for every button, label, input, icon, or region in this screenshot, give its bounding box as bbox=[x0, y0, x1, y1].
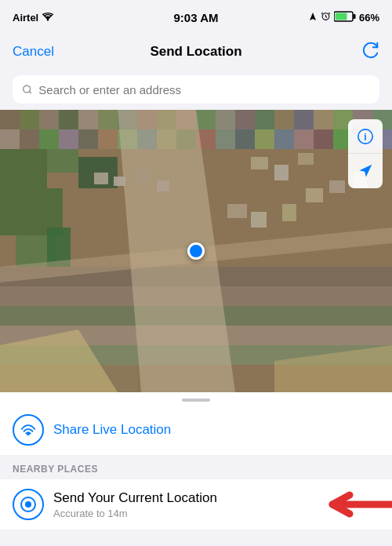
svg-rect-4 bbox=[335, 13, 347, 20]
svg-rect-63 bbox=[133, 169, 149, 183]
wifi-location-icon bbox=[20, 421, 37, 439]
svg-rect-8 bbox=[20, 110, 39, 129]
svg-rect-29 bbox=[39, 129, 59, 149]
svg-rect-27 bbox=[0, 129, 20, 149]
carrier-label: Airtel bbox=[13, 12, 38, 24]
location-icon-dot bbox=[25, 501, 31, 508]
battery-icon bbox=[334, 11, 356, 24]
info-icon: i bbox=[357, 128, 374, 145]
svg-rect-30 bbox=[59, 129, 78, 149]
svg-rect-20 bbox=[255, 110, 274, 129]
svg-rect-47 bbox=[0, 149, 47, 188]
status-bar: Airtel 9:03 AM bbox=[0, 0, 392, 35]
svg-rect-42 bbox=[294, 129, 314, 149]
svg-text:i: i bbox=[364, 131, 366, 142]
svg-rect-65 bbox=[251, 157, 268, 169]
svg-rect-19 bbox=[235, 110, 255, 129]
svg-rect-69 bbox=[251, 212, 267, 228]
svg-rect-62 bbox=[114, 177, 125, 186]
search-container bbox=[0, 69, 392, 110]
svg-rect-43 bbox=[314, 129, 333, 149]
pin-dot bbox=[187, 242, 205, 260]
svg-rect-9 bbox=[39, 110, 59, 129]
svg-rect-66 bbox=[274, 165, 289, 180]
map-location-button[interactable] bbox=[348, 154, 383, 188]
alarm-icon bbox=[321, 11, 331, 24]
battery-percent: 66% bbox=[359, 12, 379, 24]
svg-point-5 bbox=[24, 86, 31, 93]
current-location-icon bbox=[13, 489, 44, 520]
svg-rect-48 bbox=[47, 149, 78, 173]
svg-point-0 bbox=[47, 19, 49, 20]
current-location-title: Send Your Current Location bbox=[53, 490, 217, 506]
location-pin bbox=[187, 242, 205, 260]
current-location-subtitle: Accurate to 14m bbox=[53, 508, 217, 519]
svg-rect-18 bbox=[216, 110, 235, 129]
nav-bar: Cancel Send Location bbox=[0, 35, 392, 69]
drag-handle bbox=[182, 399, 210, 402]
svg-rect-61 bbox=[94, 173, 108, 184]
share-live-label: Share Live Location bbox=[53, 422, 171, 438]
svg-rect-22 bbox=[294, 110, 314, 129]
map-controls: i bbox=[348, 119, 383, 188]
svg-rect-17 bbox=[196, 110, 216, 129]
svg-rect-3 bbox=[353, 14, 355, 19]
share-live-location-row[interactable]: Share Live Location bbox=[0, 405, 392, 456]
map-canvas: i bbox=[0, 110, 392, 392]
svg-rect-32 bbox=[98, 129, 118, 149]
svg-rect-31 bbox=[78, 129, 98, 149]
svg-rect-64 bbox=[157, 180, 169, 191]
refresh-button[interactable] bbox=[362, 42, 379, 63]
svg-rect-39 bbox=[235, 129, 255, 149]
svg-rect-23 bbox=[314, 110, 333, 129]
share-live-icon bbox=[13, 414, 44, 446]
navigation-icon bbox=[358, 163, 373, 179]
svg-rect-67 bbox=[298, 153, 314, 165]
svg-rect-41 bbox=[274, 129, 294, 149]
arrow-annotation bbox=[317, 481, 392, 528]
search-icon bbox=[22, 84, 32, 95]
nav-title: Send Location bbox=[150, 44, 241, 60]
svg-rect-12 bbox=[98, 110, 118, 129]
nearby-places-header: NEARBY PLACES bbox=[0, 456, 392, 479]
search-bar[interactable] bbox=[13, 75, 379, 104]
current-location-row[interactable]: Send Your Current Location Accurate to 1… bbox=[0, 479, 392, 530]
svg-rect-11 bbox=[78, 110, 98, 129]
svg-rect-10 bbox=[59, 110, 78, 129]
map-container[interactable]: i bbox=[0, 110, 392, 392]
status-right: 66% bbox=[308, 11, 379, 24]
current-location-text: Send Your Current Location Accurate to 1… bbox=[53, 490, 217, 519]
svg-rect-68 bbox=[227, 204, 247, 218]
svg-rect-72 bbox=[329, 180, 345, 193]
svg-rect-40 bbox=[255, 129, 274, 149]
map-info-button[interactable]: i bbox=[348, 119, 383, 154]
bottom-sheet: Share Live Location NEARBY PLACES Send Y… bbox=[0, 392, 392, 530]
svg-rect-21 bbox=[274, 110, 294, 129]
drag-handle-container bbox=[0, 392, 392, 405]
svg-rect-28 bbox=[20, 129, 39, 149]
search-input[interactable] bbox=[38, 83, 370, 96]
location-icon-inner bbox=[20, 497, 36, 512]
svg-rect-38 bbox=[216, 129, 235, 149]
svg-rect-7 bbox=[0, 110, 20, 129]
wifi-icon bbox=[42, 12, 54, 24]
cancel-button[interactable]: Cancel bbox=[13, 44, 54, 60]
status-left: Airtel bbox=[13, 12, 54, 24]
location-status-icon bbox=[308, 12, 318, 24]
svg-rect-70 bbox=[282, 204, 296, 221]
status-time: 9:03 AM bbox=[174, 11, 219, 24]
svg-rect-71 bbox=[306, 188, 323, 202]
